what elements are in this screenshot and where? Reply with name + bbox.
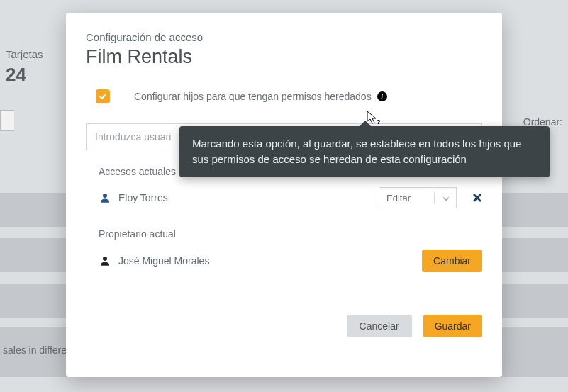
propietario-section-label: Propietario actual xyxy=(99,228,482,240)
user-icon xyxy=(99,191,111,204)
info-tooltip: Marcando esta opción, al guardar, se est… xyxy=(179,126,550,177)
role-dropdown[interactable]: Editar xyxy=(379,187,457,208)
access-user: Eloy Torres xyxy=(99,191,168,204)
owner-row: José Miguel Morales Cambiar xyxy=(99,250,482,272)
info-icon[interactable]: i xyxy=(377,91,387,101)
save-button[interactable]: Guardar xyxy=(423,315,482,337)
owner-user-name: José Miguel Morales xyxy=(118,255,209,267)
cancel-button[interactable]: Cancelar xyxy=(347,315,412,337)
modal-footer: Cancelar Guardar xyxy=(86,315,482,337)
role-value: Editar xyxy=(386,193,411,203)
modal-subtitle: Configuración de acceso xyxy=(86,31,482,43)
access-config-modal: Configuración de acceso Film Rentals Con… xyxy=(66,13,502,377)
access-row: Eloy Torres Editar xyxy=(99,187,482,208)
tooltip-arrow xyxy=(359,121,372,127)
check-icon xyxy=(99,92,107,101)
svg-point-0 xyxy=(103,194,107,198)
owner-user: José Miguel Morales xyxy=(99,254,209,267)
inherit-label: Configurar hijos para que tengan permiso… xyxy=(134,91,372,102)
change-owner-button[interactable]: Cambiar xyxy=(422,250,482,272)
svg-point-1 xyxy=(103,257,107,261)
inherit-row: Configurar hijos para que tengan permiso… xyxy=(96,89,482,103)
modal-title: Film Rentals xyxy=(86,46,482,68)
tooltip-text: Marcando esta opción, al guardar, se est… xyxy=(192,138,521,165)
remove-access-button[interactable] xyxy=(472,193,482,203)
user-icon xyxy=(99,254,111,267)
access-user-name: Eloy Torres xyxy=(118,192,168,203)
chevron-down-icon xyxy=(442,193,450,203)
inherit-checkbox[interactable] xyxy=(96,89,110,103)
close-icon xyxy=(472,193,482,203)
